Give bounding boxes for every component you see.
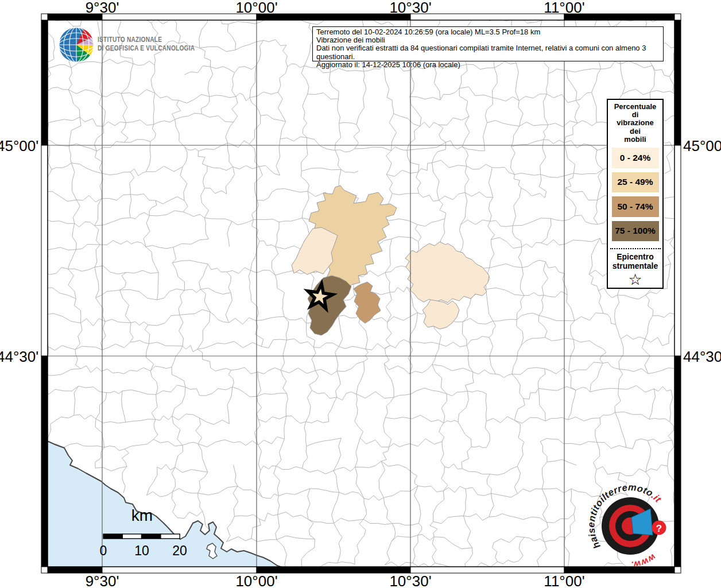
frame-corner: [675, 14, 681, 20]
map-layers: [40, 10, 681, 573]
map-canvas: haisentitoilterremoto.it www. ?: [0, 0, 721, 588]
event-info-box: Terremoto del 10-02-2024 10:26:59 (ora l…: [312, 26, 664, 61]
axis-label-right-2: 44°30': [683, 348, 721, 366]
frame-segment-right: [675, 356, 681, 567]
event-info-line: Terremoto del 10-02-2024 10:26:59 (ora l…: [316, 28, 660, 36]
event-info-line: Vibrazione dei mobili: [316, 36, 660, 44]
legend-title-line: dei: [630, 127, 641, 136]
frame-segment-left: [41, 20, 48, 145]
ingv-logo-icon: [59, 28, 94, 63]
map-clipped-layers: [40, 10, 681, 572]
scalebar-unit-label: km: [115, 506, 169, 525]
axis-label-top-3: 10°30': [370, 0, 451, 17]
event-info-line: Dati non verificati estratti da 84 quest…: [316, 44, 660, 60]
legend-star-icon: ☆: [628, 272, 642, 288]
legend-swatch-25-49: 25 - 49%: [612, 172, 659, 193]
axis-label-bottom-2: 10°00': [216, 572, 297, 588]
axis-label-bottom-4: 11°00': [524, 572, 604, 588]
frame-corner: [41, 14, 48, 20]
scalebar-tick-20: 20: [162, 543, 197, 559]
axis-label-left-2: 44°30': [0, 348, 38, 366]
scalebar-segment: [122, 534, 141, 539]
legend-title-line: di: [632, 111, 639, 119]
legend-swatch-75-100: 75 - 100%: [612, 221, 659, 242]
event-info-line: Aggiornato il: 14-12-2025 10:06 (ora loc…: [316, 61, 660, 69]
frame-segment-right: [675, 20, 681, 145]
axis-label-top-4: 11°00': [524, 0, 604, 17]
legend-divider: [610, 248, 661, 249]
logo-question-glyph: ?: [656, 523, 662, 534]
frame-corner: [675, 567, 681, 573]
axis-label-top-2: 10°00': [216, 0, 297, 17]
frame-segment-left: [41, 356, 48, 567]
axis-label-right-1: 45°00': [683, 137, 721, 155]
legend-title-line: vibrazione: [617, 119, 653, 127]
scalebar-tick-0: 0: [86, 543, 121, 559]
legend-title-line: mobili: [624, 136, 646, 144]
legend: Percentuale di vibrazione dei mobili 0 -…: [607, 99, 664, 289]
legend-swatch-50-74: 50 - 74%: [612, 196, 659, 217]
frame-corner: [41, 567, 48, 573]
scalebar-tick-10: 10: [125, 543, 159, 559]
map-page: haisentitoilterremoto.it www. ? 9°30' 10…: [0, 0, 721, 588]
scalebar-segment: [161, 534, 180, 539]
frame-segment-right: [675, 145, 681, 356]
axis-label-left-1: 45°00': [0, 137, 38, 155]
frame-segment-left: [41, 145, 48, 356]
legend-epicenter-line2: strumentale: [613, 262, 658, 270]
scalebar-segment: [103, 534, 122, 539]
ingv-wordmark: ISTITUTO NAZIONALE DI GEOFISICA E VULCAN…: [98, 35, 195, 52]
axis-label-bottom-1: 9°30': [62, 572, 142, 588]
legend-epicenter-line1: Epicentro: [617, 253, 654, 261]
scalebar-segment: [142, 534, 161, 539]
legend-title-line: Percentuale: [614, 103, 657, 111]
axis-label-top-1: 9°30': [62, 0, 142, 17]
legend-swatch-0-24: 0 - 24%: [612, 148, 659, 168]
ingv-name-line1: ISTITUTO NAZIONALE: [98, 35, 195, 44]
ingv-name-line2: DI GEOFISICA E VULCANOLOGIA: [98, 44, 195, 52]
axis-label-bottom-3: 10°30': [370, 572, 451, 588]
